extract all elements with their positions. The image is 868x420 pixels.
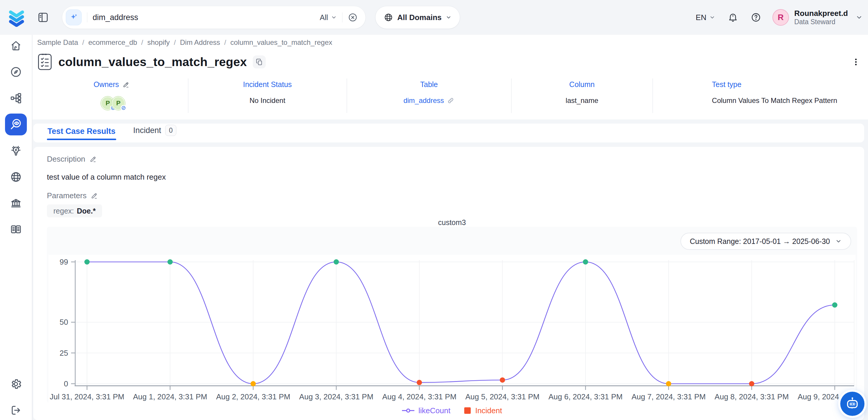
globe-icon [10,171,22,183]
sidebar-item-glossary[interactable] [7,221,25,238]
globe-icon [384,13,393,22]
user-menu[interactable]: Rounakpreet.d Data Steward [794,9,848,26]
tab-incident-label: Incident [133,126,161,135]
incident-count-badge: 0 [165,125,176,136]
all-domains-label: All Domains [397,13,441,22]
breadcrumb-item[interactable]: shopify [148,38,170,47]
svg-text:Aug 7, 2024, 3:31 PM: Aug 7, 2024, 3:31 PM [631,392,706,401]
info-table: Table dim_address [347,79,512,113]
test-case-icon [37,53,53,71]
info-column: Column last_name [512,79,653,113]
line-chart: 0255099Jul 31, 2024, 3:31 PMAug 1, 2024,… [49,255,856,403]
sidebar-item-services[interactable] [7,90,25,107]
legend-item-Incident[interactable]: Incident [464,406,502,415]
user-role: Data Steward [794,18,848,26]
svg-text:Aug 6, 2024, 3:31 PM: Aug 6, 2024, 3:31 PM [548,392,623,401]
breadcrumb-separator: / [224,38,226,47]
breadcrumb-separator: / [174,38,176,47]
logout-icon [10,404,22,417]
chart-legend: likeCountIncident [47,405,857,416]
chat-assistant-button[interactable] [840,392,864,416]
main-content: Sample Data/ecommerce_db/shopify/Dim Add… [32,35,868,420]
notifications-bell-icon[interactable] [727,12,738,23]
test-type-label: Test type [712,80,741,89]
svg-text:Aug 4, 2024, 3:31 PM: Aug 4, 2024, 3:31 PM [382,392,457,401]
search-eye-icon [9,118,23,131]
owner-badge-icon [121,105,127,111]
copy-name-button[interactable] [253,55,266,68]
global-search-bar[interactable]: All [62,6,366,29]
svg-text:Aug 3, 2024, 3:31 PM: Aug 3, 2024, 3:31 PM [299,392,373,401]
home-icon [10,39,22,52]
chevron-down-icon [835,238,842,244]
sidebar-item-domains[interactable] [7,169,25,185]
info-incident-status: Incident Status No Incident [188,79,347,113]
chevron-down-icon [709,14,715,20]
all-domains-dropdown[interactable]: All Domains [375,6,460,29]
breadcrumb-item[interactable]: Dim Address [180,38,220,47]
breadcrumb-item[interactable]: Sample Data [37,38,78,47]
sidebar [0,35,32,420]
owners-label: Owners [93,80,119,89]
plot-area[interactable]: 0255099Jul 31, 2024, 3:31 PMAug 1, 2024,… [49,255,856,403]
owner-avatar[interactable]: P [112,96,125,110]
compass-icon [10,66,22,78]
sidebar-item-insights[interactable] [7,142,25,159]
breadcrumb: Sample Data/ecommerce_db/shopify/Dim Add… [35,38,862,47]
language-label: EN [696,13,706,22]
link-icon [447,97,455,104]
breadcrumb-item[interactable]: column_values_to_match_regex [230,38,332,47]
sidebar-item-data-quality[interactable] [5,114,27,136]
chevron-down-icon [446,14,452,20]
flow-icon [10,92,22,104]
search-divider-2 [342,12,342,22]
robot-icon [845,396,860,412]
svg-text:Aug 1, 2024, 3:31 PM: Aug 1, 2024, 3:31 PM [133,392,207,401]
tab-test-case-results[interactable]: Test Case Results [47,127,116,143]
legend-square-icon [464,407,471,414]
time-range-label: Custom Range: 2017-05-01 → 2025-06-30 [690,237,830,246]
user-menu-chevron-icon[interactable] [856,14,863,21]
column-label: Column [569,80,595,89]
sidebar-item-settings[interactable] [7,376,25,393]
incident-status-value: No Incident [250,96,285,105]
tab-results-label: Test Case Results [48,127,116,136]
sidebar-item-govern[interactable] [7,195,25,212]
ai-sparkle-icon[interactable] [66,9,82,25]
svg-text:0: 0 [64,379,68,388]
edit-description-icon[interactable] [89,155,97,163]
copy-icon [255,58,263,66]
legend-item-likeCount[interactable]: likeCount [402,406,451,415]
bank-icon [10,197,22,209]
info-test-type: Test type Column Values To Match Regex P… [653,79,862,113]
sidebar-item-logout[interactable] [7,402,25,419]
search-input[interactable] [93,13,320,22]
breadcrumb-separator: / [141,38,143,47]
search-divider [87,12,87,22]
help-icon[interactable] [751,12,761,23]
svg-text:Aug 8, 2024, 3:31 PM: Aug 8, 2024, 3:31 PM [715,392,789,401]
topbar: All All Domains EN [0,0,868,35]
edit-owners-icon[interactable] [122,81,129,88]
book-icon [10,223,22,236]
tab-incident[interactable]: Incident 0 [133,125,177,143]
time-range-dropdown[interactable]: Custom Range: 2017-05-01 → 2025-06-30 [680,233,851,250]
test-type-value: Column Values To Match Regex Pattern [712,96,837,105]
chevron-down-icon [331,14,337,20]
parameters-label: Parameters [47,191,86,200]
table-link[interactable]: dim_address [403,96,455,105]
user-name: Rounakpreet.d [794,9,848,18]
language-selector[interactable]: EN [696,13,715,22]
description-text: test value of a column match regex [47,173,857,182]
sidebar-item-explore[interactable] [7,63,25,81]
app-logo-icon[interactable] [7,8,26,27]
legend-label: likeCount [418,406,451,415]
breadcrumb-item[interactable]: ecommerce_db [88,38,137,47]
sidebar-toggle-icon[interactable] [37,11,49,24]
clear-search-icon[interactable] [348,12,358,22]
edit-parameters-icon[interactable] [91,192,98,200]
sidebar-item-home[interactable] [7,37,25,54]
search-scope-dropdown[interactable]: All [320,13,337,22]
user-avatar[interactable]: R [772,9,789,26]
more-actions-kebab-icon[interactable] [851,57,860,67]
